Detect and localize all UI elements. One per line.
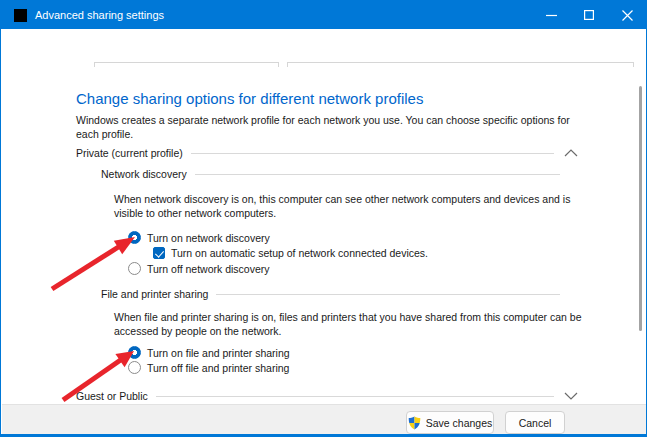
radio-label[interactable]: Turn on file and printer sharing bbox=[147, 347, 290, 359]
section-private-label: Private (current profile) bbox=[76, 147, 183, 159]
chevron-down-icon bbox=[564, 392, 578, 400]
content-area: Change sharing options for different net… bbox=[2, 67, 647, 404]
radio-label[interactable]: Turn off network discovery bbox=[147, 263, 270, 275]
subsection-file-printer-sharing: File and printer sharing bbox=[101, 288, 560, 300]
radio-on-icon[interactable] bbox=[128, 346, 141, 359]
page-title: Change sharing options for different net… bbox=[76, 90, 423, 107]
footer-bar: Save changes Cancel bbox=[2, 404, 647, 435]
save-changes-button[interactable]: Save changes bbox=[406, 411, 494, 434]
radio-turn-on-file-printer-sharing[interactable]: Turn on file and printer sharing bbox=[128, 346, 290, 359]
chevron-up-icon bbox=[564, 149, 578, 157]
divider bbox=[195, 174, 560, 175]
radio-turn-on-network-discovery[interactable]: Turn on network discovery bbox=[128, 231, 270, 244]
checkbox-label[interactable]: Turn on automatic setup of network conne… bbox=[171, 247, 428, 259]
window-controls bbox=[532, 1, 646, 29]
subsection-network-discovery: Network discovery bbox=[101, 168, 560, 180]
file-printer-sharing-label: File and printer sharing bbox=[101, 288, 208, 300]
network-discovery-label: Network discovery bbox=[101, 168, 187, 180]
maximize-button[interactable] bbox=[570, 1, 608, 29]
expand-guest-public-button[interactable] bbox=[564, 392, 578, 400]
checkbox-automatic-setup[interactable]: Turn on automatic setup of network conne… bbox=[153, 247, 428, 259]
minimize-button[interactable] bbox=[532, 1, 570, 29]
minimize-icon bbox=[546, 10, 557, 21]
radio-on-icon[interactable] bbox=[128, 231, 141, 244]
page-intro: Windows creates a separate network profi… bbox=[76, 113, 581, 141]
radio-off-icon[interactable] bbox=[128, 361, 141, 374]
section-private: Private (current profile) bbox=[76, 147, 578, 159]
radio-turn-off-file-printer-sharing[interactable]: Turn off file and printer sharing bbox=[128, 361, 289, 374]
divider bbox=[156, 396, 554, 397]
close-icon bbox=[622, 10, 633, 21]
toolbar: « Net... › Advanced ... bbox=[2, 29, 647, 67]
checkbox-checked-icon[interactable] bbox=[153, 247, 165, 259]
collapse-private-button[interactable] bbox=[564, 149, 578, 157]
app-icon bbox=[14, 9, 27, 22]
save-changes-label: Save changes bbox=[426, 417, 493, 429]
radio-label[interactable]: Turn off file and printer sharing bbox=[147, 362, 289, 374]
window-title: Advanced sharing settings bbox=[35, 9, 164, 21]
divider bbox=[216, 294, 560, 295]
scrollbar-thumb[interactable] bbox=[639, 86, 642, 331]
section-guest-public: Guest or Public bbox=[76, 390, 578, 402]
radio-turn-off-network-discovery[interactable]: Turn off network discovery bbox=[128, 262, 270, 275]
uac-shield-icon bbox=[408, 416, 421, 430]
network-discovery-description: When network discovery is on, this compu… bbox=[114, 192, 584, 220]
divider bbox=[191, 153, 554, 154]
titlebar: Advanced sharing settings bbox=[1, 1, 646, 29]
file-printer-sharing-description: When file and printer sharing is on, fil… bbox=[114, 310, 592, 338]
cancel-label: Cancel bbox=[519, 417, 552, 429]
cancel-button[interactable]: Cancel bbox=[505, 411, 565, 434]
section-guest-public-label: Guest or Public bbox=[76, 390, 148, 402]
advanced-sharing-settings-window: Advanced sharing settings « Net... › Adv… bbox=[0, 0, 647, 437]
close-button[interactable] bbox=[608, 1, 646, 29]
maximize-icon bbox=[584, 10, 594, 20]
radio-off-icon[interactable] bbox=[128, 262, 141, 275]
radio-label[interactable]: Turn on network discovery bbox=[147, 232, 270, 244]
